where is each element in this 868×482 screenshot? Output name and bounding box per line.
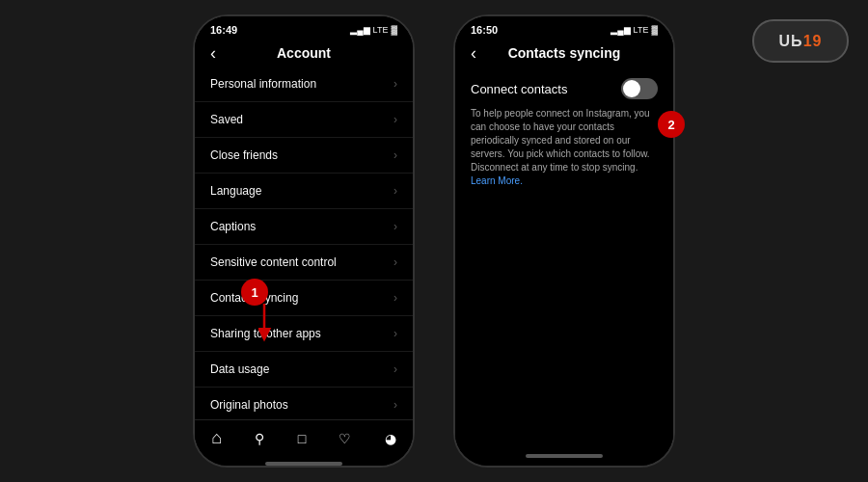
phone2-nav-header: ‹ Contacts syncing xyxy=(455,40,673,67)
phone1-battery: ▓ xyxy=(391,25,397,35)
connect-contacts-section: Connect contacts To help people connect … xyxy=(455,67,673,200)
add-icon[interactable]: □ xyxy=(298,431,306,446)
menu-item-data-usage-chevron: › xyxy=(393,362,397,376)
phone1: 16:49 ▂▄▆ LTE ▓ ‹ Account xyxy=(193,14,415,468)
menu-item-saved-label: Saved xyxy=(210,113,243,126)
menu-item-close-friends[interactable]: Close friends › xyxy=(195,138,413,174)
menu-item-language-label: Language xyxy=(210,184,261,198)
step1-badge: 1 xyxy=(241,279,268,306)
learn-more-link[interactable]: Learn More. xyxy=(471,175,523,186)
phone1-time: 16:49 xyxy=(210,24,237,36)
menu-item-captions-chevron: › xyxy=(393,220,397,233)
connect-contacts-row: Connect contacts xyxy=(471,78,658,99)
menu-item-language[interactable]: Language › xyxy=(195,174,413,209)
phones-wrapper: 16:49 ▂▄▆ LTE ▓ ‹ Account xyxy=(193,14,675,468)
phone1-back-button[interactable]: ‹ xyxy=(210,43,216,64)
home-indicator xyxy=(265,462,342,466)
menu-item-original-photos-chevron: › xyxy=(393,398,397,412)
connect-contacts-description: To help people connect on Instagram, you… xyxy=(471,107,658,188)
logo-badge: UЬ 19 xyxy=(752,19,849,63)
menu-item-captions-label: Captions xyxy=(210,220,256,233)
menu-item-contacts-syncing-chevron: › xyxy=(393,291,397,305)
menu-item-language-chevron: › xyxy=(393,184,397,198)
phone1-menu-list: Personal information › Saved › Close fri… xyxy=(195,67,413,419)
menu-item-close-friends-chevron: › xyxy=(393,148,397,162)
phone2-wrapper: 16:50 ▂▄▆ LTE ▓ ‹ Contacts syncing xyxy=(453,14,675,468)
step2-badge: 2 xyxy=(658,111,685,138)
menu-item-captions[interactable]: Captions › xyxy=(195,209,413,245)
phone1-nav-header: ‹ Account xyxy=(195,40,413,67)
search-icon[interactable]: ⚲ xyxy=(255,431,264,446)
menu-item-sharing-label: Sharing to other apps xyxy=(210,327,321,340)
phone2-home-indicator xyxy=(526,454,603,458)
phone1-status-bar: 16:49 ▂▄▆ LTE ▓ xyxy=(195,16,413,40)
menu-item-sensitive-content[interactable]: Sensitive content control › xyxy=(195,245,413,281)
phone1-network: LTE xyxy=(373,25,389,35)
connect-contacts-label: Connect contacts xyxy=(471,82,567,96)
home-icon[interactable]: ⌂ xyxy=(211,428,222,448)
menu-item-data-usage[interactable]: Data usage › xyxy=(195,352,413,388)
menu-item-sharing[interactable]: Sharing to other apps › xyxy=(195,316,413,352)
logo-19: 19 xyxy=(803,33,823,50)
phone2-back-button[interactable]: ‹ xyxy=(471,43,476,64)
menu-item-sharing-chevron: › xyxy=(393,327,397,340)
phone2-status-icons: ▂▄▆ LTE ▓ xyxy=(610,25,658,35)
phone2-empty-space xyxy=(455,200,673,452)
menu-item-sensitive-content-chevron: › xyxy=(393,255,397,269)
menu-item-sensitive-content-label: Sensitive content control xyxy=(210,255,337,269)
phone1-title: Account xyxy=(277,45,331,61)
menu-item-personal-info[interactable]: Personal information › xyxy=(195,67,413,102)
phone2-status-bar: 16:50 ▂▄▆ LTE ▓ xyxy=(455,16,673,40)
phone2: 16:50 ▂▄▆ LTE ▓ ‹ Contacts syncing xyxy=(453,14,675,468)
phone2-time: 16:50 xyxy=(471,24,498,36)
phone1-wrapper: 16:49 ▂▄▆ LTE ▓ ‹ Account xyxy=(193,14,415,468)
heart-icon[interactable]: ♡ xyxy=(339,431,351,446)
menu-item-close-friends-label: Close friends xyxy=(210,148,278,162)
menu-item-saved-chevron: › xyxy=(393,113,397,126)
menu-item-contacts-syncing[interactable]: Contacts syncing › xyxy=(195,281,413,316)
phone1-signal: ▂▄▆ xyxy=(350,25,369,35)
step1-label: 1 xyxy=(251,285,258,300)
phone2-battery-icon: ▓ xyxy=(651,25,658,35)
phone2-network: LTE xyxy=(634,25,649,35)
phone1-bottom-nav: ⌂ ⚲ □ ♡ ◕ xyxy=(195,419,413,460)
connect-contacts-toggle[interactable] xyxy=(621,78,658,99)
profile-icon[interactable]: ◕ xyxy=(385,431,396,446)
toggle-knob xyxy=(623,80,640,97)
menu-item-personal-info-chevron: › xyxy=(393,77,397,91)
phone2-screen: 16:50 ▂▄▆ LTE ▓ ‹ Contacts syncing xyxy=(455,16,673,466)
phone1-status-icons: ▂▄▆ LTE ▓ xyxy=(350,25,397,35)
phone2-title: Contacts syncing xyxy=(508,45,621,61)
menu-item-data-usage-label: Data usage xyxy=(210,362,269,376)
menu-item-personal-info-label: Personal information xyxy=(210,77,316,91)
logo-ub: UЬ xyxy=(779,33,803,50)
phone1-screen: 16:49 ▂▄▆ LTE ▓ ‹ Account xyxy=(195,16,413,466)
page-container: 16:49 ▂▄▆ LTE ▓ ‹ Account xyxy=(0,0,868,482)
step2-label: 2 xyxy=(667,118,674,132)
menu-item-saved[interactable]: Saved › xyxy=(195,102,413,138)
menu-item-original-photos-label: Original photos xyxy=(210,398,288,412)
menu-item-original-photos[interactable]: Original photos › xyxy=(195,388,413,419)
phone2-signal: ▂▄▆ xyxy=(610,25,630,35)
